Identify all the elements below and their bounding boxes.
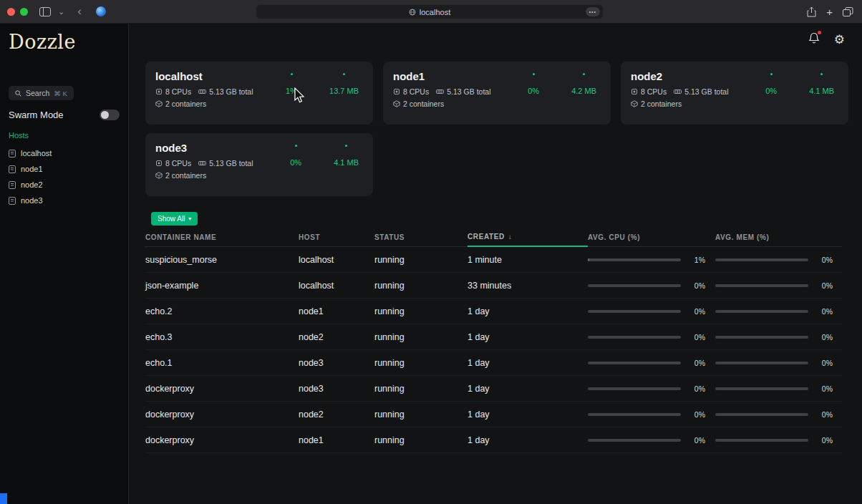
swarm-mode-row: Swarm Mode [9, 110, 120, 120]
cell-mem-percent: 0% [814, 307, 833, 316]
card-cpus: 8 CPUs [165, 159, 191, 168]
cell-cpu-percent: 0% [687, 410, 705, 419]
host-icon [9, 165, 16, 173]
cpu-bar [588, 336, 681, 339]
cell-created: 1 day [468, 332, 588, 342]
container-icon [155, 172, 163, 179]
cell-host: node1 [299, 306, 374, 316]
cell-status: running [374, 306, 468, 316]
card-cpu-percent: 0% [765, 87, 777, 95]
cell-host: localhost [299, 281, 374, 291]
header-status[interactable]: STATUS [374, 228, 468, 246]
cell-status: running [374, 384, 468, 394]
search-button[interactable]: Search ⌘ K [9, 86, 74, 100]
tab-overview-icon[interactable] [843, 7, 853, 16]
cell-container-name: json-example [145, 281, 299, 291]
cell-mem-percent: 0% [814, 359, 833, 367]
cell-cpu-percent: 0% [687, 359, 705, 367]
notifications-button[interactable] [808, 32, 820, 47]
mem-sparkline-dot [343, 73, 345, 75]
gear-icon[interactable]: ⚙ [834, 34, 845, 46]
sidebar-item-localhost[interactable]: localhost [0, 145, 128, 161]
cell-host: node2 [299, 410, 374, 420]
containers-table: CONTAINER NAME HOST STATUS CREATED↓ AVG.… [145, 228, 842, 453]
cpu-bar [588, 387, 681, 390]
table-row[interactable]: dockerproxy node3 running 1 day 0% 0% [145, 376, 842, 402]
sidebar-item-node1[interactable]: node1 [0, 161, 128, 177]
card-memory: 5.13 GB total [209, 159, 253, 168]
page-settings-badge[interactable]: ••• [586, 7, 600, 16]
card-memory: 5.13 GB total [209, 87, 253, 96]
mem-bar [715, 439, 808, 442]
cell-status: running [374, 332, 468, 342]
address-bar[interactable]: localhost ••• [256, 5, 603, 19]
table-row[interactable]: echo.1 node3 running 1 day 0% 0% [145, 350, 842, 376]
header-avg-mem[interactable]: AVG. MEM (%) [715, 228, 842, 246]
cell-status: running [374, 358, 468, 368]
header-avg-cpu[interactable]: AVG. CPU (%) [588, 228, 715, 246]
cpu-bar [588, 439, 681, 442]
browser-chrome: ⌄ ‹ localhost ••• + [0, 0, 862, 24]
sidebar-toggle-icon[interactable] [39, 7, 51, 16]
cell-cpu-percent: 0% [687, 333, 705, 341]
host-icon [9, 150, 16, 158]
cell-status: running [374, 281, 468, 291]
cpu-icon [155, 88, 163, 95]
header-created[interactable]: CREATED↓ [468, 228, 588, 247]
card-cpus: 8 CPUs [165, 87, 191, 96]
table-row[interactable]: json-example localhost running 33 minute… [145, 273, 842, 299]
cpu-sparkline-dot [770, 73, 773, 75]
host-cards: localhost 8 CPUs 5.13 GB total 2 contain… [145, 62, 848, 196]
memory-icon [436, 89, 444, 94]
cpu-sparkline-dot [295, 145, 297, 147]
window-controls [7, 8, 28, 16]
host-card-node1[interactable]: node1 8 CPUs 5.13 GB total 2 containers … [383, 62, 611, 125]
notification-dot [818, 31, 821, 34]
cell-status: running [374, 410, 468, 420]
host-card-node2[interactable]: node2 8 CPUs 5.13 GB total 2 containers … [621, 62, 848, 125]
cell-status: running [374, 255, 468, 265]
table-row[interactable]: suspicious_morse localhost running 1 min… [145, 247, 842, 273]
table-row[interactable]: echo.2 node1 running 1 day 0% 0% [145, 299, 842, 324]
header-container-name[interactable]: CONTAINER NAME [145, 228, 299, 246]
header-created-label: CREATED [468, 233, 505, 241]
cpu-bar [588, 413, 681, 416]
search-label: Search [26, 89, 49, 97]
host-icon [9, 181, 16, 189]
header-host[interactable]: HOST [299, 228, 374, 246]
chevron-down-icon[interactable]: ⌄ [58, 7, 64, 16]
url-text: localhost [420, 8, 450, 16]
zoom-window-button[interactable] [20, 8, 28, 16]
cell-container-name: dockerproxy [145, 410, 299, 420]
card-cpus: 8 CPUs [641, 87, 667, 96]
host-card-localhost[interactable]: localhost 8 CPUs 5.13 GB total 2 contain… [145, 62, 373, 125]
card-containers: 2 containers [403, 100, 444, 108]
show-all-button[interactable]: Show All ▾ [151, 212, 198, 226]
cell-host: node3 [299, 358, 374, 368]
table-row[interactable]: dockerproxy node2 running 1 day 0% 0% [145, 402, 842, 427]
host-name: node3 [21, 196, 43, 205]
new-tab-button[interactable]: + [826, 6, 833, 17]
swarm-mode-toggle[interactable] [100, 110, 120, 120]
table-row[interactable]: dockerproxy node1 running 1 day 0% 0% [145, 427, 842, 453]
cpu-sparkline-dot [291, 73, 293, 75]
screen: ⌄ ‹ localhost ••• + [0, 0, 862, 504]
cell-host: localhost [299, 255, 374, 265]
cell-host: node2 [299, 332, 374, 342]
host-card-node3[interactable]: node3 8 CPUs 5.13 GB total 2 containers … [145, 133, 373, 196]
chevron-down-icon: ▾ [188, 215, 191, 222]
card-containers: 2 containers [641, 100, 682, 108]
mem-sparkline-dot [820, 73, 823, 75]
close-window-button[interactable] [7, 8, 15, 16]
cell-cpu-percent: 0% [687, 281, 705, 290]
sidebar-item-node3[interactable]: node3 [0, 193, 128, 208]
back-button[interactable]: ‹ [77, 4, 82, 19]
table-row[interactable]: echo.3 node2 running 1 day 0% 0% [145, 324, 842, 350]
cell-cpu-percent: 0% [687, 307, 705, 316]
app-logo[interactable]: Dozzle [9, 31, 76, 53]
card-cpus: 8 CPUs [403, 87, 429, 96]
share-icon[interactable] [807, 6, 816, 17]
host-name: node2 [21, 180, 43, 189]
swarm-mode-label: Swarm Mode [9, 110, 64, 120]
sidebar-item-node2[interactable]: node2 [0, 177, 128, 193]
